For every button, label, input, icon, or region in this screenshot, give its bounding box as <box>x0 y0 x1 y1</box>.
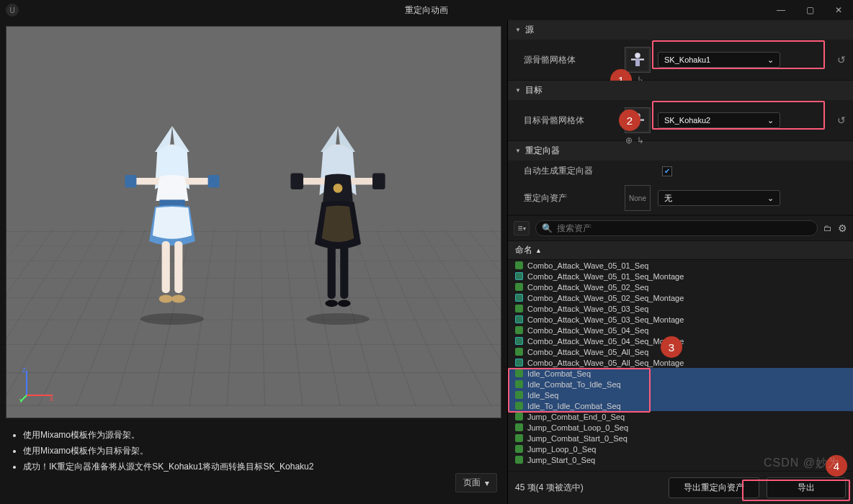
asset-type-icon <box>515 261 523 269</box>
asset-type-icon <box>515 413 523 420</box>
asset-type-icon <box>515 359 523 366</box>
svg-rect-16 <box>328 244 336 299</box>
auto-retarget-label: 自动生成重定向器 <box>524 165 617 177</box>
asset-label: Jump_Combat_Start_0_Seq <box>527 434 628 443</box>
asset-type-icon <box>515 445 523 453</box>
search-input-wrapper[interactable]: 🔍 <box>535 220 818 236</box>
close-button[interactable]: ✕ <box>824 0 853 20</box>
asset-label: Combo_Attack_Wave_05_02_Seq_Montage <box>527 294 684 302</box>
asset-row[interactable]: Combo_Attack_Wave_05_All_Seq_Montage <box>508 357 853 368</box>
retarget-asset-thumbnail[interactable]: None <box>625 185 651 211</box>
chevron-down-icon: ⌄ <box>767 55 774 65</box>
asset-row[interactable]: Combo_Attack_Wave_05_03_Seq <box>508 303 853 314</box>
target-mesh-label: 目标骨骼网格体 <box>524 114 617 127</box>
asset-label: Jump_Combat_Loop_0_Seq <box>527 423 628 432</box>
minimize-button[interactable]: — <box>767 0 795 20</box>
asset-type-icon <box>515 294 523 302</box>
svg-rect-14 <box>372 174 385 189</box>
viewport-3d[interactable]: z x y <box>6 26 501 418</box>
svg-point-31 <box>635 113 640 119</box>
info-line: 成功！IK重定向器准备将从源文件SK_Kohaku1将动画转换目标SK_Koha… <box>23 459 494 474</box>
asset-type-icon <box>515 315 523 323</box>
asset-label: Combo_Attack_Wave_05_04_Seq_Montage <box>527 337 684 346</box>
asset-type-icon <box>515 326 523 334</box>
maximize-button[interactable]: ▢ <box>795 0 824 20</box>
asset-label: Combo_Attack_Wave_05_01_Seq_Montage <box>527 272 684 281</box>
collapse-icon: ▼ <box>515 148 521 154</box>
svg-rect-4 <box>208 175 220 188</box>
svg-text:y: y <box>19 397 23 402</box>
folder-icon[interactable]: 🗀 <box>823 223 832 233</box>
search-icon: 🔍 <box>542 223 553 233</box>
asset-label: Combo_Attack_Wave_05_03_Seq_Montage <box>527 315 684 324</box>
asset-type-icon <box>515 337 523 345</box>
asset-row[interactable]: Jump_Combat_Loop_0_Seq <box>508 422 853 433</box>
asset-label: Combo_Attack_Wave_05_03_Seq <box>527 305 648 313</box>
asset-row[interactable]: Combo_Attack_Wave_05_03_Seq_Montage <box>508 314 853 325</box>
browse-icon[interactable]: ⊕ <box>625 135 633 145</box>
asset-row[interactable]: Jump_Start_0_Seq <box>508 454 853 465</box>
asset-row[interactable]: Idle_Combat_To_Idle_Seq <box>508 379 853 390</box>
asset-type-icon <box>515 456 523 464</box>
auto-retarget-checkbox[interactable] <box>662 166 672 176</box>
asset-list[interactable]: 3 Combo_Attack_Wave_05_01_SeqCombo_Attac… <box>508 260 853 471</box>
svg-rect-17 <box>340 244 348 299</box>
target-thumbnail[interactable]: ⊕↳ <box>625 107 651 133</box>
settings-icon[interactable]: ⚙ <box>838 222 847 234</box>
asset-row[interactable]: Combo_Attack_Wave_05_04_Seq_Montage <box>508 336 853 346</box>
asset-label: Combo_Attack_Wave_05_04_Seq <box>527 326 648 335</box>
asset-row[interactable]: Combo_Attack_Wave_05_All_Seq <box>508 346 853 357</box>
column-header-name[interactable]: 命名 ▲ <box>508 241 853 260</box>
pager-label: 页面 <box>463 477 481 489</box>
retarget-asset-value: 无 <box>664 193 672 204</box>
export-button[interactable]: 导出 <box>767 477 846 498</box>
source-mesh-value: SK_Kohaku1 <box>664 55 710 64</box>
use-icon[interactable]: ↳ <box>637 135 644 145</box>
asset-row[interactable]: Combo_Attack_Wave_05_01_Seq_Montage <box>508 271 853 282</box>
retarget-asset-label: 重定向资产 <box>524 192 617 204</box>
asset-row[interactable]: Jump_Combat_End_0_Seq <box>508 411 853 422</box>
svg-point-18 <box>325 300 338 307</box>
search-input[interactable] <box>557 223 811 233</box>
axis-gizmo: z x y <box>19 366 55 405</box>
export-retargeted-button[interactable]: 导出重定向资产 <box>669 477 759 498</box>
section-header-source[interactable]: ▼ 源 <box>508 20 853 40</box>
svg-rect-7 <box>174 241 182 293</box>
asset-label: Combo_Attack_Wave_05_02_Seq <box>527 283 648 292</box>
selection-status: 45 项(4 项被选中) <box>515 482 661 494</box>
window-title: 重定向动画 <box>405 4 448 17</box>
titlebar: U 重定向动画 — ▢ ✕ <box>0 0 853 20</box>
asset-row[interactable]: Combo_Attack_Wave_05_01_Seq <box>508 260 853 271</box>
target-mesh-dropdown[interactable]: SK_Kohaku2 ⌄ <box>658 112 780 128</box>
svg-rect-29 <box>635 59 640 67</box>
retarget-asset-dropdown[interactable]: 无 ⌄ <box>658 190 780 206</box>
asset-type-icon <box>515 272 523 280</box>
info-line: 使用Mixamo模板作为目标骨架。 <box>23 443 494 459</box>
asset-row[interactable]: Idle_Seq <box>508 390 853 400</box>
target-character <box>280 120 396 330</box>
svg-rect-13 <box>290 174 303 189</box>
revert-icon[interactable]: ↺ <box>837 114 846 126</box>
pager-dropdown[interactable]: 页面 ▾ <box>455 473 497 492</box>
svg-text:x: x <box>50 395 53 402</box>
asset-row[interactable]: Combo_Attack_Wave_05_02_Seq <box>508 282 853 292</box>
svg-text:z: z <box>22 366 26 374</box>
asset-row[interactable]: Combo_Attack_Wave_05_02_Seq_Montage <box>508 292 853 303</box>
asset-row[interactable]: Combo_Attack_Wave_05_04_Seq <box>508 325 853 336</box>
svg-point-9 <box>171 294 185 302</box>
asset-type-icon <box>515 402 523 410</box>
asset-row[interactable]: Jump_Loop_0_Seq <box>508 444 853 454</box>
section-header-target[interactable]: ▼ 目标 <box>508 81 853 100</box>
asset-row[interactable]: Idle_Combat_Seq <box>508 368 853 379</box>
asset-row[interactable]: Idle_To_Idle_Combat_Seq <box>508 400 853 411</box>
revert-icon[interactable]: ↺ <box>837 54 846 66</box>
asset-label: Jump_Loop_0_Seq <box>527 445 596 454</box>
source-mesh-dropdown[interactable]: SK_Kohaku1 ⌄ <box>658 52 780 68</box>
source-thumbnail[interactable]: ⊕↳ <box>625 47 651 73</box>
sort-asc-icon: ▲ <box>535 247 542 254</box>
filter-button[interactable]: ≡▾ <box>514 221 530 235</box>
app-logo: U <box>6 4 19 17</box>
section-header-retargeter[interactable]: ▼ 重定向器 <box>508 141 853 161</box>
asset-label: Jump_Combat_End_0_Seq <box>527 413 625 421</box>
asset-row[interactable]: Jump_Combat_Start_0_Seq <box>508 433 853 444</box>
